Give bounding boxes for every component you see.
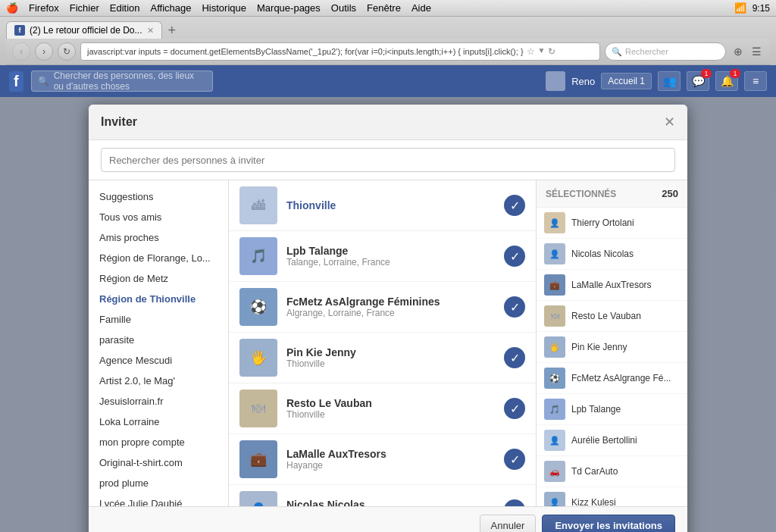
bookmark-icon[interactable]: ☆ [527, 46, 535, 57]
accueil-button[interactable]: Accueil 1 [601, 73, 652, 89]
sidebar-item-prod[interactable]: prod plume [89, 473, 228, 493]
invite-search-input[interactable] [101, 148, 675, 172]
menu-outils[interactable]: Outils [331, 2, 356, 14]
list-item-name: FcMetz AsAlgrange Féminines [286, 296, 504, 308]
apple-menu[interactable]: 🍎 [6, 2, 18, 14]
sidebar-item-suggestions[interactable]: Suggestions [89, 186, 228, 207]
list-item[interactable]: 🍽 Resto Le Vauban Thionville ✓ [229, 383, 536, 434]
list-item[interactable]: 🏙 Thionville ✓ [229, 180, 536, 231]
fb-search-icon: 🔍 [38, 76, 49, 86]
selected-item-name: Thierry Ortolani [571, 217, 634, 228]
selected-item[interactable]: 💼 LaMalle AuxTresors [537, 270, 687, 301]
settings-icon-button[interactable]: ≡ [744, 71, 767, 91]
selected-item-avatar: 👤 [544, 243, 565, 264]
sidebar-item-artist[interactable]: Artist 2.0, le Mag' [89, 371, 228, 391]
back-button[interactable]: ‹ [12, 42, 30, 61]
menu-fichier[interactable]: Fichier [70, 2, 99, 14]
selected-item[interactable]: 👤 Kizz Kulesi [537, 487, 687, 506]
facebook-header: f 🔍 Chercher des personnes, des lieux ou… [0, 65, 776, 97]
selected-item[interactable]: ⚽ FcMetz AsAlgrange Fé... [537, 363, 687, 394]
page-content: Inviter ✕ Suggestions Tous vos amis Amis… [0, 97, 776, 532]
address-bar[interactable]: javascript:var inputs = document.getElem… [80, 42, 600, 61]
selected-item[interactable]: 👤 Thierry Ortolani [537, 208, 687, 239]
menu-edition[interactable]: Edition [110, 2, 140, 14]
selected-item-name: Pin Kie Jenny [571, 342, 627, 352]
sidebar-item-florange[interactable]: Région de Florange, Lo... [89, 248, 228, 268]
sidebar-item-metz[interactable]: Région de Metz [89, 268, 228, 289]
toolbar-icon-2[interactable]: ☰ [749, 44, 764, 59]
tab-close-button[interactable]: ✕ [147, 26, 154, 36]
cancel-button[interactable]: Annuler [480, 515, 537, 532]
friends-icon-button[interactable]: 👥 [658, 71, 681, 91]
list-item-check[interactable]: ✓ [504, 246, 525, 267]
sidebar-item-famille[interactable]: Famille [89, 309, 228, 330]
refresh-icon[interactable]: ↻ [548, 46, 555, 57]
forward-button[interactable]: › [35, 42, 53, 61]
send-invitations-button[interactable]: Envoyer les invitations [542, 515, 675, 532]
selected-item[interactable]: 🚗 Td CarAuto [537, 456, 687, 487]
new-tab-button[interactable]: + [164, 23, 181, 39]
list-item-name: Nicolas Nicolas [286, 499, 504, 506]
list-item[interactable]: 👤 Nicolas Nicolas Thionville ✓ [229, 485, 536, 506]
list-item-avatar: 🖐 [239, 339, 277, 377]
list-item[interactable]: 🖐 Pin Kie Jenny Thionville ✓ [229, 333, 536, 383]
list-item[interactable]: ⚽ FcMetz AsAlgrange Féminines Algrange, … [229, 282, 536, 333]
list-item-sub: Talange, Lorraine, France [286, 257, 504, 268]
sidebar-item-lycee[interactable]: Lycée Julie Daubié [89, 493, 228, 506]
messages-icon-button[interactable]: 💬 1 [687, 71, 709, 91]
selected-item-name: Aurélie Bertollini [571, 435, 637, 446]
sidebar-item-loka[interactable]: Loka Lorraine [89, 412, 228, 432]
list-item-check[interactable]: ✓ [504, 195, 525, 216]
sidebar-item-original[interactable]: Original-t-shirt.com [89, 452, 228, 473]
sidebar-item-parasite[interactable]: parasite [89, 330, 228, 350]
sidebar-item-mescudi[interactable]: Agence Mescudi [89, 350, 228, 371]
modal-search-area [89, 140, 687, 180]
sidebar-item-amis-proches[interactable]: Amis proches [89, 227, 228, 248]
selected-item-name: Nicolas Nicolas [571, 249, 634, 259]
selected-item-name: Kizz Kulesi [571, 497, 616, 506]
dropdown-arrow-icon[interactable]: ▼ [538, 46, 546, 57]
sidebar-item-thionville[interactable]: Région de Thionville [89, 289, 228, 309]
menu-firefox[interactable]: Firefox [29, 2, 59, 14]
list-item-avatar: 🏙 [239, 186, 277, 224]
list-item-check[interactable]: ✓ [504, 499, 525, 506]
modal-list: 🏙 Thionville ✓ 🎵 Lpb Talange Talange, Lo… [229, 180, 536, 506]
list-item-sub: Thionville [286, 409, 504, 420]
selected-item[interactable]: 👤 Aurélie Bertollini [537, 425, 687, 456]
sidebar-item-tous-amis[interactable]: Tous vos amis [89, 207, 228, 227]
list-item[interactable]: 💼 LaMalle AuxTresors Hayange ✓ [229, 434, 536, 485]
list-item-check[interactable]: ✓ [504, 296, 525, 318]
sidebar-item-propre[interactable]: mon propre compte [89, 432, 228, 452]
list-item[interactable]: 🎵 Lpb Talange Talange, Lorraine, France … [229, 231, 536, 282]
menu-fenetre[interactable]: Fenêtre [367, 2, 401, 14]
list-item-check[interactable]: ✓ [504, 449, 525, 470]
reload-button[interactable]: ↻ [58, 42, 76, 61]
facebook-search-bar[interactable]: 🔍 Chercher des personnes, des lieux ou d… [31, 70, 213, 92]
sidebar-item-jesuislorrain[interactable]: Jesuislorrain.fr [89, 391, 228, 412]
fb-search-placeholder: Chercher des personnes, des lieux ou d'a… [54, 70, 206, 92]
menu-aide[interactable]: Aide [411, 2, 431, 14]
selected-item-avatar: 🚗 [544, 461, 565, 482]
invite-modal: Inviter ✕ Suggestions Tous vos amis Amis… [89, 105, 687, 532]
menu-historique[interactable]: Historique [202, 2, 246, 14]
menu-marquepages[interactable]: Marque-pages [257, 2, 321, 14]
toolbar-icon-1[interactable]: ⊕ [731, 44, 746, 59]
settings-icon: ≡ [753, 75, 759, 87]
user-name[interactable]: Reno [571, 76, 595, 87]
address-text: javascript:var inputs = document.getElem… [87, 47, 524, 56]
selected-item[interactable]: 🎵 Lpb Talange [537, 394, 687, 425]
menu-affichage[interactable]: Affichage [151, 2, 192, 14]
list-item-check[interactable]: ✓ [504, 398, 525, 419]
browser-search-bar[interactable]: 🔍 Rechercher [605, 42, 726, 61]
selected-item[interactable]: 🖐 Pin Kie Jenny [537, 332, 687, 363]
browser-tab-active[interactable]: f (2) Le retour officiel de Do... ✕ [6, 21, 162, 39]
list-item-info: Nicolas Nicolas Thionville [286, 499, 504, 506]
notifications-icon-button[interactable]: 🔔 1 [715, 71, 738, 91]
modal-close-button[interactable]: ✕ [664, 114, 675, 130]
selected-item[interactable]: 👤 Nicolas Nicolas [537, 239, 687, 270]
forward-icon: › [42, 46, 45, 57]
selected-item[interactable]: 🍽 Resto Le Vauban [537, 301, 687, 332]
selected-item-name: Td CarAuto [571, 466, 618, 477]
list-item-info: Resto Le Vauban Thionville [286, 397, 504, 420]
list-item-check[interactable]: ✓ [504, 347, 525, 368]
